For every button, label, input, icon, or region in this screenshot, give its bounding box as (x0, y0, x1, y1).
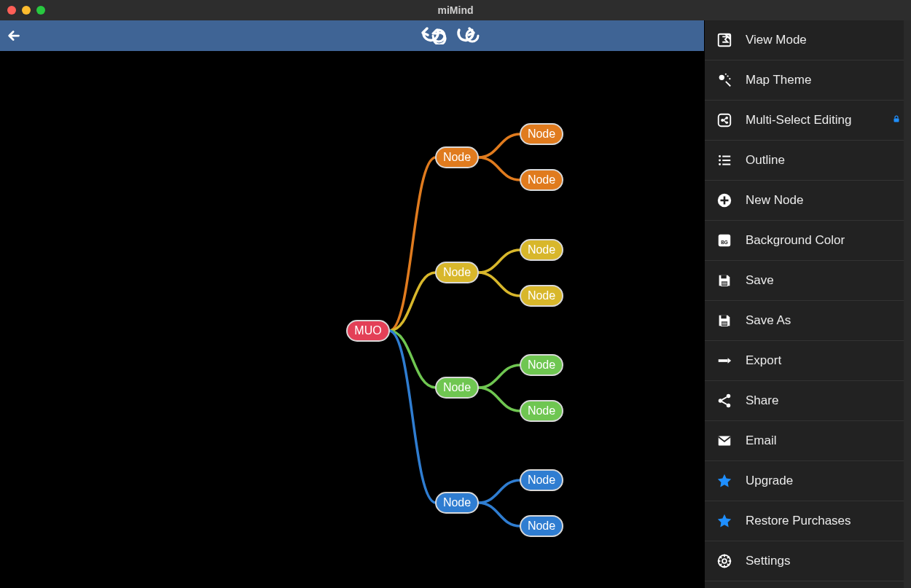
mindmap-node[interactable]: Node (520, 240, 563, 260)
window-controls (0, 6, 45, 15)
mindmap-node-label: Node (528, 358, 555, 371)
menu-item-export[interactable]: Export (705, 341, 911, 381)
save-icon (716, 273, 732, 289)
share-icon (716, 393, 732, 409)
mindmap-node[interactable]: Node (520, 170, 563, 190)
star-icon (716, 513, 732, 529)
svg-point-14 (719, 75, 724, 80)
mindmap-node[interactable]: Node (520, 401, 563, 421)
menu-item-label: Export (746, 353, 781, 368)
window-scrollbar[interactable] (904, 20, 911, 588)
svg-rect-34 (721, 275, 726, 279)
menu-item-save-as[interactable]: Save As (705, 301, 911, 341)
mindmap-node-label: Node (443, 381, 471, 393)
mindmap-node[interactable]: Node (520, 286, 563, 306)
mindmap-edge (478, 250, 520, 273)
menu-item-label: Outline (746, 153, 785, 168)
settings-icon (716, 553, 732, 569)
svg-rect-13 (719, 34, 731, 47)
svg-rect-39 (721, 315, 726, 319)
menu-item-label: Settings (746, 554, 790, 568)
mindmap-edge (478, 134, 520, 157)
mindmap-edge (478, 273, 520, 296)
svg-point-23 (719, 155, 721, 157)
window-close-button[interactable] (7, 6, 16, 15)
menu-item-label: New Node (746, 193, 803, 208)
menu-item-background-color[interactable]: BGBackground Color (705, 221, 911, 261)
menu-item-new-node[interactable]: New Node (705, 181, 911, 221)
menu-item-label: Map Theme (746, 73, 811, 87)
back-button[interactable] (0, 20, 29, 51)
window-titlebar: miMind (0, 0, 911, 20)
svg-rect-38 (722, 284, 727, 285)
svg-rect-31 (721, 200, 729, 202)
menu-item-multi-select[interactable]: Multi-Select Editing (705, 101, 911, 141)
svg-point-15 (727, 75, 728, 77)
svg-rect-26 (722, 156, 730, 157)
menu-item-share[interactable]: Share (705, 381, 911, 421)
redo-button[interactable] (462, 26, 482, 46)
mindmap-node[interactable]: Node (436, 377, 478, 398)
mindmap-node-label: Node (528, 289, 555, 302)
view-mode-icon (716, 32, 732, 48)
svg-rect-43 (722, 324, 727, 325)
undo-icon (430, 27, 447, 44)
new-node-icon (716, 192, 732, 208)
mindmap-node[interactable]: Node (520, 124, 563, 144)
svg-rect-42 (722, 323, 727, 324)
svg-rect-22 (894, 119, 899, 122)
svg-rect-40 (721, 321, 727, 326)
mindmap-node-label: MUO (354, 324, 381, 337)
back-arrow-icon (7, 28, 23, 44)
svg-point-19 (721, 119, 724, 122)
undo-button[interactable] (429, 26, 449, 46)
menu-item-outline[interactable]: Outline (705, 141, 911, 181)
mindmap-node[interactable]: Node (436, 147, 478, 168)
mindmap-edge (478, 388, 520, 411)
outline-icon (716, 152, 732, 168)
mindmap-canvas[interactable]: MUONodeNodeNodeNodeNodeNodeNodeNodeNodeN… (0, 51, 703, 588)
menu-item-label: View Mode (746, 33, 807, 47)
svg-rect-44 (719, 359, 728, 362)
mindmap-edge (478, 157, 520, 180)
svg-rect-35 (721, 281, 727, 286)
menu-item-label: Save (746, 273, 774, 288)
lock-icon (892, 113, 901, 128)
window-minimize-button[interactable] (22, 6, 31, 15)
mindmap-node[interactable]: Node (520, 516, 563, 536)
svg-rect-28 (722, 164, 730, 165)
menu-item-restore[interactable]: Restore Purchases (705, 501, 911, 541)
menu-item-label: Background Color (746, 233, 845, 248)
multi-select-icon (716, 112, 732, 128)
mindmap-node-label: Node (443, 266, 471, 278)
svg-point-17 (725, 74, 727, 75)
svg-point-46 (727, 394, 731, 399)
mindmap-node[interactable]: Node (520, 470, 563, 490)
mindmap-node[interactable]: Node (436, 262, 478, 283)
menu-item-map-theme[interactable]: Map Theme (705, 60, 911, 101)
mindmap-edge (478, 503, 520, 526)
svg-point-47 (727, 404, 731, 408)
svg-rect-37 (722, 283, 727, 283)
mindmap-node[interactable]: Node (520, 355, 563, 375)
menu-item-label: Email (746, 434, 777, 448)
menu-item-email[interactable]: Email (705, 421, 911, 461)
menu-item-settings[interactable]: Settings (705, 541, 911, 581)
mindmap-node[interactable]: MUO (347, 321, 389, 341)
svg-point-25 (719, 163, 721, 165)
svg-point-16 (729, 78, 730, 79)
mindmap-node[interactable]: Node (436, 493, 478, 513)
menu-item-label: Restore Purchases (746, 514, 851, 528)
map-theme-icon (716, 72, 732, 88)
main-menu[interactable]: View ModeMap ThemeMulti-Select EditingOu… (704, 20, 911, 588)
mindmap-node-label: Node (528, 128, 555, 140)
svg-rect-27 (722, 160, 730, 161)
mindmap-node-label: Node (528, 520, 555, 532)
svg-point-45 (719, 399, 723, 403)
menu-item-upgrade[interactable]: Upgrade (705, 461, 911, 501)
menu-item-save[interactable]: Save (705, 261, 911, 301)
menu-item-view-mode[interactable]: View Mode (705, 20, 911, 60)
save-icon (716, 313, 732, 329)
window-maximize-button[interactable] (36, 6, 45, 15)
menu-item-label: Save As (746, 313, 791, 328)
